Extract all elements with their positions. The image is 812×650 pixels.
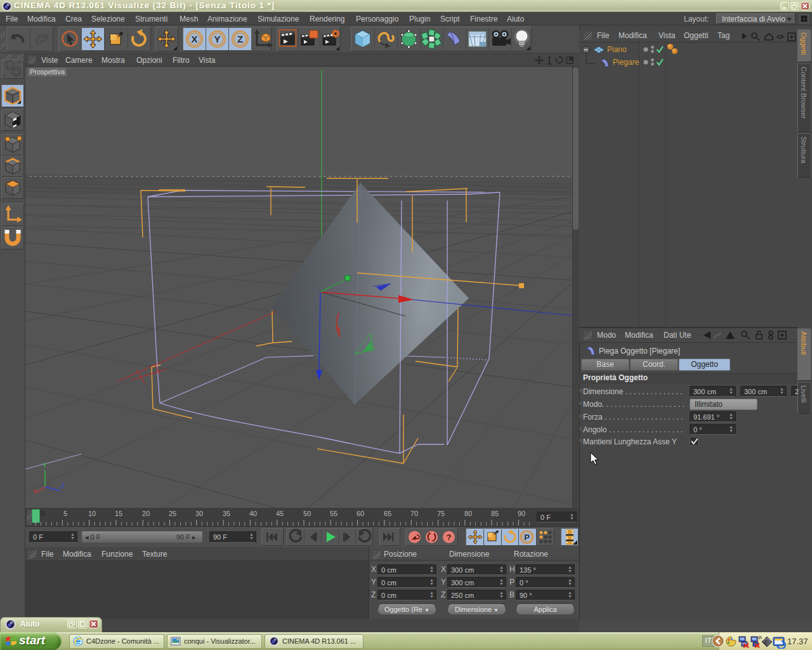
svg-text:60: 60 xyxy=(357,510,364,517)
svg-text:30: 30 xyxy=(195,510,203,517)
svg-text:40: 40 xyxy=(249,510,257,517)
svg-text:15: 15 xyxy=(115,510,122,517)
svg-text:65: 65 xyxy=(384,510,391,517)
svg-text:X: X xyxy=(191,34,197,44)
svg-text:Z: Z xyxy=(237,34,243,44)
svg-text:80: 80 xyxy=(464,510,472,517)
svg-text:P: P xyxy=(524,533,530,542)
svg-text:55: 55 xyxy=(330,510,337,517)
svg-text:10: 10 xyxy=(88,510,96,517)
svg-text:90: 90 xyxy=(518,510,525,517)
svg-text:Y: Y xyxy=(43,462,47,469)
svg-text:25: 25 xyxy=(169,510,176,517)
svg-text:35: 35 xyxy=(223,510,230,517)
svg-text:70: 70 xyxy=(410,510,418,517)
svg-text:75: 75 xyxy=(437,510,445,517)
svg-text:20: 20 xyxy=(142,510,150,517)
svg-text:x: x xyxy=(34,488,37,494)
svg-text:85: 85 xyxy=(491,510,499,517)
svg-text:45: 45 xyxy=(276,510,284,517)
svg-text:50: 50 xyxy=(303,510,311,517)
svg-text:Y: Y xyxy=(214,34,220,44)
svg-text:Z: Z xyxy=(61,482,65,489)
svg-text:5: 5 xyxy=(63,510,67,517)
svg-text:?: ? xyxy=(447,533,452,542)
